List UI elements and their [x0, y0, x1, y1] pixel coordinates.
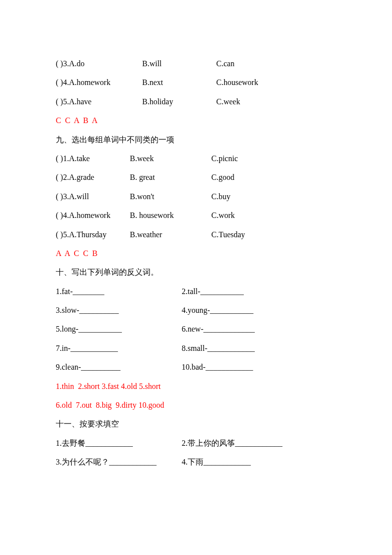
fill-row: 3.slow-__________ 4.young-___________	[56, 301, 336, 320]
opt-b: B. great	[130, 168, 211, 187]
opt-a: ( )5.A.Thursday	[56, 225, 130, 244]
mcq-row: ( )4.A.homework B.next C.housework	[56, 73, 336, 92]
mcq-row: ( )5.A.have B.holiday C.week	[56, 92, 336, 111]
mcq-row: ( )4.A.homework B. housework C.work	[56, 206, 336, 225]
opt-c: C.work	[211, 206, 336, 225]
fill-row: 1.fat-________ 2.tall-___________	[56, 282, 336, 301]
mcq-row: ( )1.A.take B.week C.picnic	[56, 149, 336, 168]
blank-left: 5.long-___________	[56, 320, 182, 339]
opt-b: B.holiday	[142, 92, 216, 111]
blank-right: 10.bad-____________	[182, 358, 253, 377]
opt-b: B.week	[130, 149, 211, 168]
opt-c: C.week	[216, 92, 336, 111]
mcq-row: ( )2.A.grade B. great C.good	[56, 168, 336, 187]
opt-b: B. housework	[130, 206, 211, 225]
opt-c: C.housework	[216, 73, 336, 92]
blank-right: 2.带上你的风筝____________	[182, 434, 282, 453]
opt-c: C.buy	[211, 187, 336, 206]
answer-key: 6.old 7.out 8.big 9.dirty 10.good	[56, 396, 336, 415]
fill-row: 3.为什么不呢？____________ 4.下雨____________	[56, 453, 336, 471]
section-heading: 十、写出下列单词的反义词。	[56, 263, 336, 282]
section-heading: 十一、按要求填空	[56, 415, 336, 433]
blank-right: 6.new-_____________	[182, 320, 255, 339]
worksheet-page: ( )3.A.do B.will C.can ( )4.A.homework B…	[0, 0, 392, 472]
fill-row: 1.去野餐____________ 2.带上你的风筝____________	[56, 434, 336, 453]
fill-row: 5.long-___________ 6.new-_____________	[56, 320, 336, 339]
opt-c: C.can	[216, 54, 336, 73]
opt-c: C.good	[211, 168, 336, 187]
blank-right: 8.small-____________	[182, 339, 255, 358]
opt-b: B.will	[142, 54, 216, 73]
blank-right: 4.young-___________	[182, 301, 253, 320]
mcq-row: ( )3.A.will B.won't C.buy	[56, 187, 336, 206]
mcq-row: ( )5.A.Thursday B.weather C.Tuesday	[56, 225, 336, 244]
section-heading: 九、选出每组单词中不同类的一项	[56, 130, 336, 149]
blank-right: 4.下雨____________	[182, 453, 251, 471]
mcq-row: ( )3.A.do B.will C.can	[56, 54, 336, 73]
blank-left: 9.clean-__________	[56, 358, 182, 377]
opt-c: C.Tuesday	[211, 225, 336, 244]
opt-a: ( )4.A.homework	[56, 73, 142, 92]
blank-right: 2.tall-___________	[182, 282, 244, 301]
blank-left: 3.为什么不呢？____________	[56, 453, 182, 471]
answer-key: A A C C B	[56, 244, 336, 263]
opt-c: C.picnic	[211, 149, 336, 168]
answer-key: C C A B A	[56, 111, 336, 130]
blank-left: 3.slow-__________	[56, 301, 182, 320]
blank-left: 1.去野餐____________	[56, 434, 182, 453]
opt-b: B.weather	[130, 225, 211, 244]
opt-b: B.won't	[130, 187, 211, 206]
blank-left: 1.fat-________	[56, 282, 182, 301]
blank-left: 7.in-____________	[56, 339, 182, 358]
opt-a: ( )1.A.take	[56, 149, 130, 168]
opt-a: ( )3.A.will	[56, 187, 130, 206]
answer-key: 1.thin 2.short 3.fast 4.old 5.short	[56, 377, 336, 396]
opt-a: ( )5.A.have	[56, 92, 142, 111]
opt-a: ( )3.A.do	[56, 54, 142, 73]
fill-row: 7.in-____________ 8.small-____________	[56, 339, 336, 358]
opt-a: ( )4.A.homework	[56, 206, 130, 225]
opt-a: ( )2.A.grade	[56, 168, 130, 187]
opt-b: B.next	[142, 73, 216, 92]
fill-row: 9.clean-__________ 10.bad-____________	[56, 358, 336, 377]
